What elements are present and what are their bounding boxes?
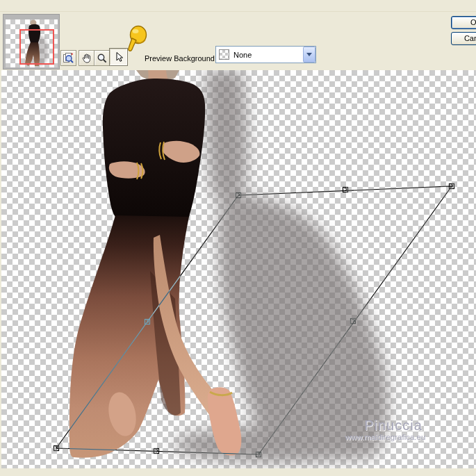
pointer-tool-button[interactable] [109, 48, 128, 66]
preview-navigator[interactable] [3, 14, 60, 69]
pan-hand-icon [81, 53, 92, 64]
preview-canvas[interactable]: Pinuccia www.maidiregrafica.eu [1, 70, 476, 468]
combobox-value: None [233, 51, 252, 59]
dialog-top-strip [0, 0, 476, 12]
preview-background-label: Preview Background: [145, 54, 217, 63]
preview-background-combobox[interactable]: None [215, 46, 316, 63]
transform-handle-glyph [345, 188, 347, 190]
deformation-overlay [1, 70, 476, 468]
chevron-down-icon [306, 53, 312, 56]
ok-button[interactable]: OK [451, 16, 476, 29]
proof-preview-icon [63, 52, 74, 64]
navigator-view-rectangle[interactable] [19, 29, 54, 65]
zoom-magnifier-icon [97, 53, 108, 64]
proof-preview-button[interactable] [60, 50, 76, 66]
pointing-hand-cursor [126, 25, 148, 54]
pointer-arrow-icon [113, 51, 124, 63]
pan-tool-button[interactable] [79, 50, 95, 66]
cancel-button[interactable]: Cancel [451, 32, 476, 45]
zoom-tool-button[interactable] [94, 50, 110, 66]
transform-bounds [56, 186, 452, 454]
transparency-swatch-icon [219, 49, 229, 60]
transform-handle-glyph [352, 320, 354, 322]
combobox-dropdown-button[interactable] [303, 47, 315, 63]
effect-dialog: { "window": { "ok_label": "OK", "cancel_… [0, 0, 476, 476]
